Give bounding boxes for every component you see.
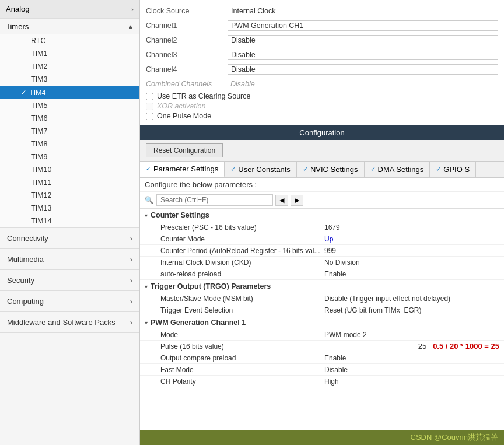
search-bar: 🔍 ◀ ▶ [140, 192, 504, 209]
computing-label: Computing [7, 297, 44, 306]
param-value: PWM mode 2 [324, 331, 499, 339]
tab-parameter-settings[interactable]: ✓Parameter Settings [140, 162, 225, 177]
channel2-value[interactable]: Disable [228, 35, 498, 45]
combined-channels-label: Combined Channels [146, 80, 228, 88]
channel4-label: Channel4 [146, 65, 228, 73]
channel2-label: Channel2 [146, 36, 228, 44]
sidebar-item-tim13[interactable]: TIM13 [0, 202, 139, 215]
sidebar-item-tim4[interactable]: ✓TIM4 [0, 86, 139, 99]
param-value: Enable [324, 270, 499, 278]
reset-configuration-button[interactable]: Reset Configuration [146, 143, 223, 157]
param-value: High [324, 377, 499, 386]
channel4-value[interactable]: Disable [228, 64, 498, 75]
sidebar-item-tim2[interactable]: TIM2 [0, 60, 139, 73]
sidebar-item-tim1[interactable]: TIM1 [0, 47, 139, 60]
param-name: Internal Clock Division (CKD) [160, 258, 324, 267]
combined-channels-value: Disable [228, 79, 498, 89]
param-value: Disable (Trigger input effect not delaye… [324, 295, 499, 303]
use-etr-checkbox[interactable] [146, 93, 153, 100]
combined-channels-row: Combined Channels Disable [146, 78, 498, 90]
connectivity-arrow-icon: › [130, 234, 132, 243]
clock-source-row: Clock Source Internal Clock [146, 5, 498, 17]
sidebar-item-security[interactable]: Security › [0, 270, 139, 291]
sidebar-item-tim3[interactable]: TIM3 [0, 73, 139, 86]
timers-arrow-icon: ▲ [128, 23, 134, 30]
clock-source-label: Clock Source [146, 7, 228, 15]
param-name: Pulse (16 bits value) [160, 342, 418, 351]
sidebar-item-tim9[interactable]: TIM9 [0, 150, 139, 163]
sidebar-item-tim14[interactable]: TIM14 [0, 215, 139, 227]
param-value: 1679 [324, 223, 499, 232]
tab-check-icon: ✓ [230, 166, 236, 173]
sidebar-item-rtc[interactable]: RTC [0, 34, 139, 47]
search-next-button[interactable]: ▶ [290, 195, 303, 206]
xor-row: XOR activation [146, 102, 498, 110]
param-row: ModePWM mode 2 [140, 329, 504, 341]
multimedia-label: Multimedia [7, 255, 44, 264]
tab-user-constants[interactable]: ✓User Constants [225, 162, 297, 177]
timers-label: Timers [6, 22, 29, 31]
main-container: Analog › Timers ▲ RTCTIM1TIM2TIM3✓TIM4TI… [0, 0, 504, 445]
param-row: Fast ModeDisable [140, 364, 504, 376]
section-header-pwm-generation-channel-1[interactable]: ▾PWM Generation Channel 1 [140, 316, 504, 329]
tab-dma-settings[interactable]: ✓DMA Settings [365, 162, 430, 177]
params-container: ▾Counter SettingsPrescaler (PSC - 16 bit… [140, 209, 504, 430]
channel4-row: Channel4 Disable [146, 63, 498, 76]
one-pulse-checkbox[interactable] [146, 113, 153, 120]
param-row: Prescaler (PSC - 16 bits value)1679 [140, 222, 504, 233]
param-value: No Division [324, 258, 499, 267]
search-prev-button[interactable]: ◀ [275, 195, 288, 206]
section-header-counter-settings[interactable]: ▾Counter Settings [140, 209, 504, 222]
one-pulse-row: One Pulse Mode [146, 112, 498, 120]
tab-gpio-s[interactable]: ✓GPIO S [430, 162, 476, 177]
security-arrow-icon: › [130, 276, 132, 285]
param-row: CH PolarityHigh [140, 376, 504, 387]
sidebar-item-tim7[interactable]: TIM7 [0, 125, 139, 138]
multimedia-arrow-icon: › [130, 255, 132, 264]
param-name: auto-reload preload [160, 270, 324, 278]
section-header-trigger-output-(trgo)-parameters[interactable]: ▾Trigger Output (TRGO) Parameters [140, 280, 504, 293]
use-etr-label: Use ETR as Clearing Source [157, 92, 250, 100]
tab-label: User Constants [238, 165, 290, 174]
sidebar-item-tim5[interactable]: TIM5 [0, 99, 139, 112]
use-etr-row: Use ETR as Clearing Source [146, 92, 498, 100]
timers-header[interactable]: Timers ▲ [0, 19, 139, 34]
channel1-value[interactable]: PWM Generation CH1 [228, 20, 498, 31]
param-value-formula: 0.5 / 20 * 1000 = 25 [433, 342, 499, 351]
param-name: CH Polarity [160, 377, 324, 386]
param-row: Counter Period (AutoReload Register - 16… [140, 245, 504, 257]
analog-header[interactable]: Analog › [0, 0, 139, 18]
one-pulse-label: One Pulse Mode [157, 112, 211, 120]
channel2-row: Channel2 Disable [146, 34, 498, 47]
computing-arrow-icon: › [130, 297, 132, 306]
main-content: Clock Source Internal Clock Channel1 PWM… [140, 0, 504, 445]
watermark-text: CSDN @Couvrin洪荒猛兽 [411, 433, 498, 442]
param-name: Master/Slave Mode (MSM bit) [160, 295, 324, 303]
clock-source-value[interactable]: Internal Clock [228, 6, 498, 16]
sidebar-item-middleware[interactable]: Middleware and Software Packs › [0, 312, 139, 333]
analog-label: Analog [6, 5, 29, 13]
configure-below-label: Configure the below parameters : [145, 180, 257, 189]
tab-label: GPIO S [443, 165, 470, 174]
sidebar-item-tim10[interactable]: TIM10 [0, 163, 139, 176]
sidebar-item-tim12[interactable]: TIM12 [0, 189, 139, 202]
search-input[interactable] [156, 194, 273, 206]
sidebar-item-connectivity[interactable]: Connectivity › [0, 228, 139, 249]
param-name: Counter Mode [160, 235, 324, 243]
param-value: 999 [324, 247, 499, 255]
connectivity-label: Connectivity [7, 234, 48, 243]
sidebar-item-tim6[interactable]: TIM6 [0, 112, 139, 125]
configure-label: Configure the below parameters : [140, 178, 504, 192]
sidebar-item-multimedia[interactable]: Multimedia › [0, 249, 139, 270]
tab-nvic-settings[interactable]: ✓NVIC Settings [297, 162, 365, 177]
sidebar-item-computing[interactable]: Computing › [0, 291, 139, 312]
sidebar-item-tim8[interactable]: TIM8 [0, 138, 139, 150]
param-name: Trigger Event Selection [160, 306, 324, 314]
timers-list: RTCTIM1TIM2TIM3✓TIM4TIM5TIM6TIM7TIM8TIM9… [0, 34, 139, 227]
middleware-arrow-icon: › [130, 318, 132, 327]
collapse-icon: ▾ [145, 212, 148, 219]
param-name: Counter Period (AutoReload Register - 16… [160, 247, 324, 255]
param-name: Prescaler (PSC - 16 bits value) [160, 223, 324, 232]
sidebar-item-tim11[interactable]: TIM11 [0, 176, 139, 189]
channel3-value[interactable]: Disable [228, 50, 498, 60]
